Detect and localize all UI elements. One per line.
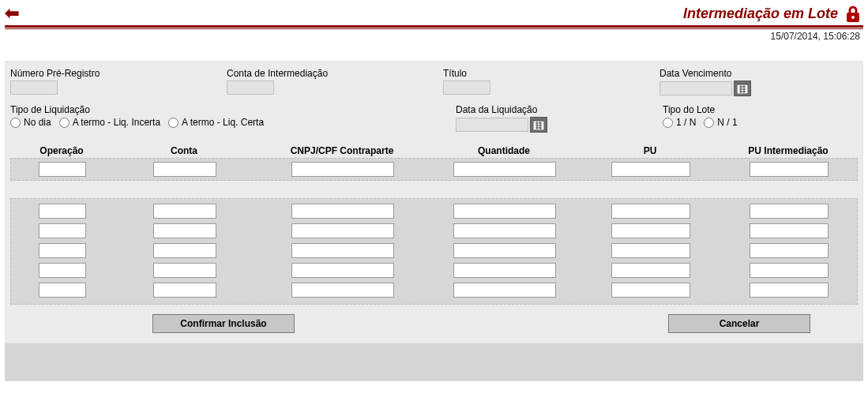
pu-input[interactable] <box>611 204 690 219</box>
tipo-liquidacao-label: Tipo de Liquidação <box>10 104 453 115</box>
page-title: Intermediação em Lote <box>683 6 838 22</box>
cnpj-cpf-input[interactable] <box>291 243 394 258</box>
data-vencimento-input[interactable] <box>659 81 732 96</box>
table-row <box>11 243 857 258</box>
pu-input[interactable] <box>611 223 690 238</box>
tipo-liquidacao-option-termo-incerta[interactable]: A termo - Liq. Incerta <box>59 117 160 128</box>
col-pu-interm: PU Intermediação <box>721 144 855 158</box>
numero-pre-registro-input[interactable] <box>10 81 58 95</box>
data-liquidacao-label: Data da Liquidação <box>456 104 659 115</box>
operacao-input[interactable] <box>39 243 86 258</box>
tipo-liquidacao-group: No dia A termo - Liq. Incerta A termo - … <box>10 117 453 128</box>
quantidade-input[interactable] <box>453 204 556 219</box>
pu-interm-input[interactable] <box>750 223 829 238</box>
cnpj-cpf-input[interactable] <box>291 223 394 238</box>
tipo-lote-label: Tipo do Lote <box>663 104 858 115</box>
titulo-label: Título <box>443 68 656 79</box>
calendar-icon[interactable] <box>530 117 547 133</box>
data-liquidacao-input[interactable] <box>456 118 528 132</box>
conta-input[interactable] <box>153 283 216 298</box>
conta-input[interactable] <box>153 263 216 278</box>
quantidade-input[interactable] <box>453 283 556 298</box>
confirm-button[interactable]: Confirmar Inclusão <box>152 314 295 333</box>
tipo-liquidacao-option-termo-certa[interactable]: A termo - Liq. Certa <box>168 117 264 128</box>
top-operacao-input[interactable] <box>39 162 86 177</box>
form-area: Número Pré-Registro Conta de Intermediaç… <box>5 61 863 343</box>
pu-input[interactable] <box>611 263 690 278</box>
tipo-lote-group: 1 / N N / 1 <box>663 117 858 128</box>
operacao-input[interactable] <box>39 223 86 238</box>
pu-input[interactable] <box>611 243 690 258</box>
grid: Operação Conta CNPJ/CPF Contraparte Quan… <box>10 144 858 305</box>
cancel-button[interactable]: Cancelar <box>668 314 810 333</box>
numero-pre-registro-label: Número Pré-Registro <box>10 68 224 79</box>
table-row <box>11 283 857 298</box>
pu-interm-input[interactable] <box>750 204 829 219</box>
top-cnpj-input[interactable] <box>291 162 394 177</box>
quantidade-input[interactable] <box>453 263 556 278</box>
cnpj-cpf-input[interactable] <box>291 283 394 298</box>
top-pu-interm-input[interactable] <box>750 162 829 177</box>
conta-input[interactable] <box>153 223 216 238</box>
quantidade-input[interactable] <box>453 243 556 258</box>
top-conta-input[interactable] <box>153 162 216 177</box>
pu-interm-input[interactable] <box>750 283 829 298</box>
pu-input[interactable] <box>611 283 690 298</box>
table-row <box>11 263 857 278</box>
top-pu-input[interactable] <box>611 162 690 177</box>
svg-rect-1 <box>850 7 856 15</box>
calendar-icon[interactable] <box>734 81 751 96</box>
tipo-liquidacao-option-no-dia[interactable]: No dia <box>10 117 51 128</box>
filter-row <box>10 158 858 181</box>
rows-block <box>10 198 858 305</box>
col-quantidade: Quantidade <box>429 144 579 158</box>
conta-input[interactable] <box>153 204 216 219</box>
svg-point-2 <box>851 16 855 19</box>
col-conta: Conta <box>113 144 255 158</box>
operacao-input[interactable] <box>39 204 86 219</box>
operacao-input[interactable] <box>39 263 86 278</box>
cnpj-cpf-input[interactable] <box>291 204 394 219</box>
cnpj-cpf-input[interactable] <box>291 263 394 278</box>
back-arrow-icon[interactable]: ⬅ <box>5 5 19 22</box>
titulo-input[interactable] <box>443 81 490 95</box>
table-row <box>11 223 857 238</box>
col-cnpj: CNPJ/CPF Contraparte <box>255 144 429 158</box>
table-row <box>11 204 857 219</box>
col-operacao: Operação <box>10 144 113 158</box>
tipo-lote-option-n1[interactable]: N / 1 <box>704 117 737 128</box>
operacao-input[interactable] <box>39 283 86 298</box>
conta-intermediacao-input[interactable] <box>227 81 274 95</box>
pu-interm-input[interactable] <box>750 263 829 278</box>
pu-interm-input[interactable] <box>750 243 829 258</box>
conta-input[interactable] <box>153 243 216 258</box>
quantidade-input[interactable] <box>453 223 556 238</box>
top-quantidade-input[interactable] <box>453 162 556 177</box>
tipo-lote-option-1n[interactable]: 1 / N <box>663 117 696 128</box>
timestamp: 15/07/2014, 15:06:28 <box>0 31 868 47</box>
col-pu: PU <box>579 144 721 158</box>
footer-band <box>5 343 863 381</box>
data-vencimento-label: Data Vencimento <box>659 68 858 79</box>
conta-intermediacao-label: Conta de Intermediação <box>227 68 440 79</box>
lock-icon <box>843 3 863 24</box>
